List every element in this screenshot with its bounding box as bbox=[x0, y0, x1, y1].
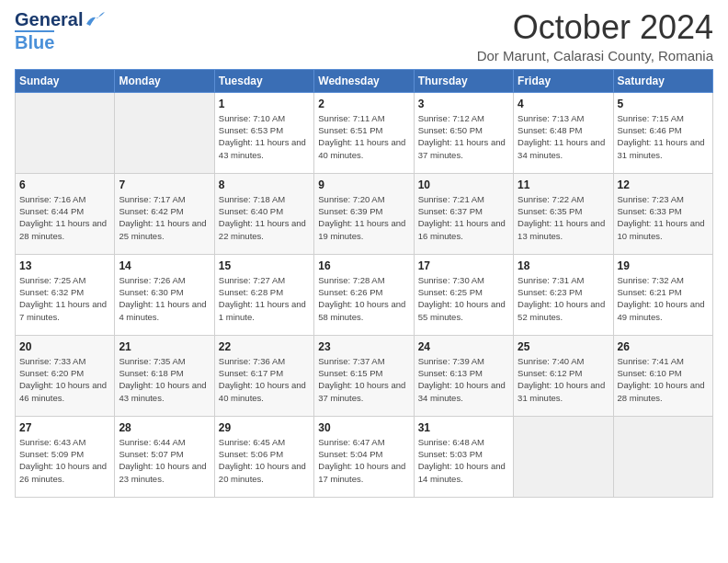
calendar-cell: 23Sunrise: 7:37 AMSunset: 6:15 PMDayligh… bbox=[314, 335, 414, 416]
calendar-cell: 14Sunrise: 7:26 AMSunset: 6:30 PMDayligh… bbox=[115, 254, 214, 335]
day-detail: Sunrise: 7:30 AMSunset: 6:25 PMDaylight:… bbox=[418, 274, 509, 323]
calendar-cell: 24Sunrise: 7:39 AMSunset: 6:13 PMDayligh… bbox=[414, 335, 513, 416]
day-number: 3 bbox=[418, 97, 509, 111]
header-row: Sunday Monday Tuesday Wednesday Thursday… bbox=[16, 69, 713, 92]
calendar-week-2: 6Sunrise: 7:16 AMSunset: 6:44 PMDaylight… bbox=[16, 173, 713, 254]
day-detail: Sunrise: 6:48 AMSunset: 5:03 PMDaylight:… bbox=[418, 436, 509, 485]
calendar-cell: 7Sunrise: 7:17 AMSunset: 6:42 PMDaylight… bbox=[115, 173, 214, 254]
calendar-cell: 2Sunrise: 7:11 AMSunset: 6:51 PMDaylight… bbox=[314, 92, 414, 173]
day-detail: Sunrise: 7:21 AMSunset: 6:37 PMDaylight:… bbox=[418, 193, 509, 242]
col-wednesday: Wednesday bbox=[314, 69, 414, 92]
day-detail: Sunrise: 7:25 AMSunset: 6:32 PMDaylight:… bbox=[19, 274, 110, 323]
calendar-week-1: 1Sunrise: 7:10 AMSunset: 6:53 PMDaylight… bbox=[16, 92, 713, 173]
calendar-cell: 6Sunrise: 7:16 AMSunset: 6:44 PMDaylight… bbox=[16, 173, 115, 254]
day-number: 28 bbox=[119, 420, 210, 435]
col-thursday: Thursday bbox=[414, 69, 513, 92]
day-detail: Sunrise: 6:47 AMSunset: 5:04 PMDaylight:… bbox=[318, 436, 409, 485]
day-detail: Sunrise: 6:43 AMSunset: 5:09 PMDaylight:… bbox=[19, 436, 110, 485]
day-number: 7 bbox=[119, 178, 210, 192]
day-detail: Sunrise: 7:33 AMSunset: 6:20 PMDaylight:… bbox=[19, 355, 110, 404]
logo: General Blue bbox=[15, 9, 105, 53]
calendar-week-4: 20Sunrise: 7:33 AMSunset: 6:20 PMDayligh… bbox=[16, 335, 713, 416]
calendar-cell: 3Sunrise: 7:12 AMSunset: 6:50 PMDaylight… bbox=[414, 92, 513, 173]
day-number: 6 bbox=[19, 178, 110, 192]
location-subtitle: Dor Marunt, Calarasi County, Romania bbox=[477, 48, 713, 63]
calendar-cell: 11Sunrise: 7:22 AMSunset: 6:35 PMDayligh… bbox=[514, 173, 613, 254]
day-number: 10 bbox=[418, 178, 509, 192]
calendar-cell: 31Sunrise: 6:48 AMSunset: 5:03 PMDayligh… bbox=[414, 416, 513, 497]
day-number: 26 bbox=[618, 339, 709, 354]
day-detail: Sunrise: 7:32 AMSunset: 6:21 PMDaylight:… bbox=[618, 274, 709, 323]
calendar-cell: 29Sunrise: 6:45 AMSunset: 5:06 PMDayligh… bbox=[214, 416, 313, 497]
day-detail: Sunrise: 7:27 AMSunset: 6:28 PMDaylight:… bbox=[219, 274, 310, 323]
calendar-cell: 18Sunrise: 7:31 AMSunset: 6:23 PMDayligh… bbox=[514, 254, 613, 335]
col-saturday: Saturday bbox=[613, 69, 712, 92]
month-title: October 2024 bbox=[477, 9, 713, 46]
calendar-cell: 15Sunrise: 7:27 AMSunset: 6:28 PMDayligh… bbox=[214, 254, 313, 335]
day-number: 24 bbox=[418, 339, 509, 354]
day-detail: Sunrise: 6:45 AMSunset: 5:06 PMDaylight:… bbox=[219, 436, 310, 485]
day-number: 21 bbox=[119, 339, 210, 354]
calendar-page: General Blue October 2024 Dor Marunt, Ca… bbox=[0, 0, 728, 563]
day-number: 15 bbox=[219, 259, 310, 273]
calendar-week-3: 13Sunrise: 7:25 AMSunset: 6:32 PMDayligh… bbox=[16, 254, 713, 335]
day-detail: Sunrise: 7:26 AMSunset: 6:30 PMDaylight:… bbox=[119, 274, 210, 323]
calendar-cell: 5Sunrise: 7:15 AMSunset: 6:46 PMDaylight… bbox=[613, 92, 712, 173]
day-number: 9 bbox=[318, 178, 409, 192]
calendar-week-5: 27Sunrise: 6:43 AMSunset: 5:09 PMDayligh… bbox=[16, 416, 713, 497]
calendar-cell: 13Sunrise: 7:25 AMSunset: 6:32 PMDayligh… bbox=[16, 254, 115, 335]
day-number: 12 bbox=[618, 178, 709, 192]
day-detail: Sunrise: 7:35 AMSunset: 6:18 PMDaylight:… bbox=[119, 355, 210, 404]
col-tuesday: Tuesday bbox=[214, 69, 313, 92]
col-sunday: Sunday bbox=[16, 69, 115, 92]
calendar-cell: 26Sunrise: 7:41 AMSunset: 6:10 PMDayligh… bbox=[613, 335, 712, 416]
calendar-table: Sunday Monday Tuesday Wednesday Thursday… bbox=[15, 69, 713, 498]
day-detail: Sunrise: 7:41 AMSunset: 6:10 PMDaylight:… bbox=[618, 355, 709, 404]
calendar-cell bbox=[115, 92, 214, 173]
day-number: 27 bbox=[19, 420, 110, 435]
calendar-cell: 22Sunrise: 7:36 AMSunset: 6:17 PMDayligh… bbox=[214, 335, 313, 416]
day-number: 17 bbox=[418, 259, 509, 273]
calendar-cell bbox=[514, 416, 613, 497]
calendar-cell: 27Sunrise: 6:43 AMSunset: 5:09 PMDayligh… bbox=[16, 416, 115, 497]
day-number: 19 bbox=[618, 259, 709, 273]
calendar-cell: 16Sunrise: 7:28 AMSunset: 6:26 PMDayligh… bbox=[314, 254, 414, 335]
day-number: 16 bbox=[318, 259, 409, 273]
calendar-cell: 1Sunrise: 7:10 AMSunset: 6:53 PMDaylight… bbox=[214, 92, 313, 173]
day-number: 11 bbox=[518, 178, 609, 192]
day-number: 8 bbox=[219, 178, 310, 192]
calendar-cell: 8Sunrise: 7:18 AMSunset: 6:40 PMDaylight… bbox=[214, 173, 313, 254]
day-detail: Sunrise: 7:20 AMSunset: 6:39 PMDaylight:… bbox=[318, 193, 409, 242]
day-number: 22 bbox=[219, 339, 310, 354]
day-detail: Sunrise: 7:31 AMSunset: 6:23 PMDaylight:… bbox=[518, 274, 609, 323]
calendar-cell: 4Sunrise: 7:13 AMSunset: 6:48 PMDaylight… bbox=[514, 92, 613, 173]
calendar-cell: 19Sunrise: 7:32 AMSunset: 6:21 PMDayligh… bbox=[613, 254, 712, 335]
day-detail: Sunrise: 7:18 AMSunset: 6:40 PMDaylight:… bbox=[219, 193, 310, 242]
title-block: October 2024 Dor Marunt, Calarasi County… bbox=[477, 9, 713, 63]
day-detail: Sunrise: 7:16 AMSunset: 6:44 PMDaylight:… bbox=[19, 193, 110, 242]
logo-general: General bbox=[15, 9, 83, 30]
day-detail: Sunrise: 7:15 AMSunset: 6:46 PMDaylight:… bbox=[618, 112, 709, 161]
day-number: 23 bbox=[318, 339, 409, 354]
day-detail: Sunrise: 7:22 AMSunset: 6:35 PMDaylight:… bbox=[518, 193, 609, 242]
day-number: 25 bbox=[518, 339, 609, 354]
day-detail: Sunrise: 7:36 AMSunset: 6:17 PMDaylight:… bbox=[219, 355, 310, 404]
day-detail: Sunrise: 7:11 AMSunset: 6:51 PMDaylight:… bbox=[318, 112, 409, 161]
day-detail: Sunrise: 6:44 AMSunset: 5:07 PMDaylight:… bbox=[119, 436, 210, 485]
day-detail: Sunrise: 7:37 AMSunset: 6:15 PMDaylight:… bbox=[318, 355, 409, 404]
day-number: 20 bbox=[19, 339, 110, 354]
logo-blue: Blue bbox=[15, 30, 54, 53]
day-detail: Sunrise: 7:39 AMSunset: 6:13 PMDaylight:… bbox=[418, 355, 509, 404]
day-detail: Sunrise: 7:28 AMSunset: 6:26 PMDaylight:… bbox=[318, 274, 409, 323]
day-number: 1 bbox=[219, 97, 310, 111]
day-number: 13 bbox=[19, 259, 110, 273]
day-number: 31 bbox=[418, 420, 509, 435]
day-number: 30 bbox=[318, 420, 409, 435]
col-friday: Friday bbox=[514, 69, 613, 92]
day-number: 2 bbox=[318, 97, 409, 111]
calendar-cell bbox=[613, 416, 712, 497]
day-detail: Sunrise: 7:13 AMSunset: 6:48 PMDaylight:… bbox=[518, 112, 609, 161]
day-detail: Sunrise: 7:40 AMSunset: 6:12 PMDaylight:… bbox=[518, 355, 609, 404]
day-detail: Sunrise: 7:23 AMSunset: 6:33 PMDaylight:… bbox=[618, 193, 709, 242]
day-number: 29 bbox=[219, 420, 310, 435]
